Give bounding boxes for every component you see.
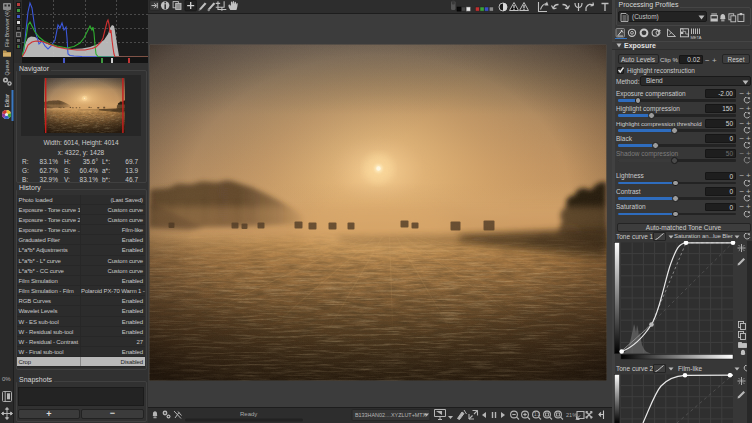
svg-text:File Browser (4): File Browser (4) — [4, 10, 10, 47]
svg-text:0%: 0% — [2, 376, 11, 382]
svg-text:21%: 21% — [566, 412, 577, 418]
svg-text:Editor: Editor — [4, 94, 10, 108]
svg-text:B133HAN02....XYZLUT+MTX: B133HAN02....XYZLUT+MTX — [355, 412, 427, 418]
svg-text:1:1: 1:1 — [534, 412, 541, 417]
svg-text:META: META — [691, 35, 702, 40]
svg-text:Queue: Queue — [4, 60, 10, 76]
svg-text:Ready: Ready — [240, 411, 257, 417]
